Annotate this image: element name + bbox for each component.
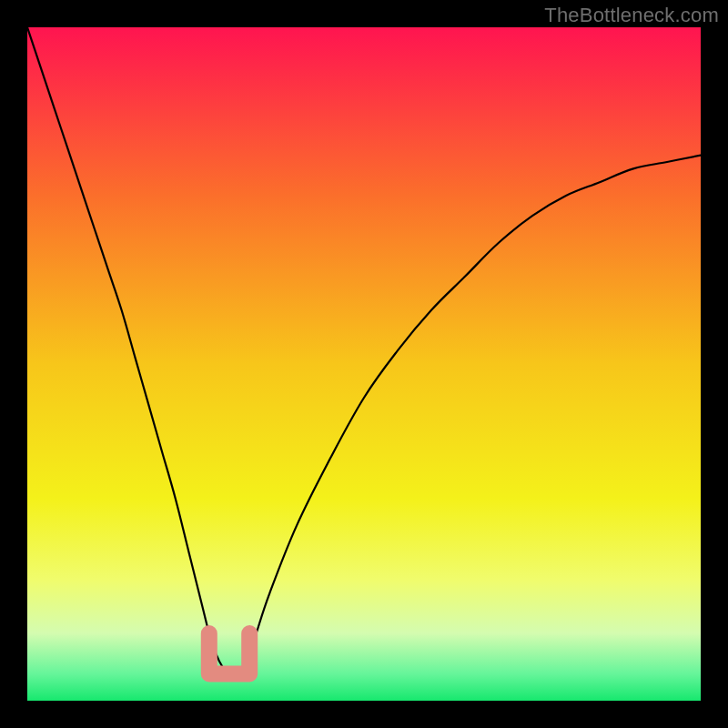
gradient-background [27,27,701,701]
chart-svg [27,27,701,701]
chart-frame: TheBottleneck.com [0,0,728,728]
chart-plot-area [27,27,701,701]
watermark-text: TheBottleneck.com [544,4,719,27]
